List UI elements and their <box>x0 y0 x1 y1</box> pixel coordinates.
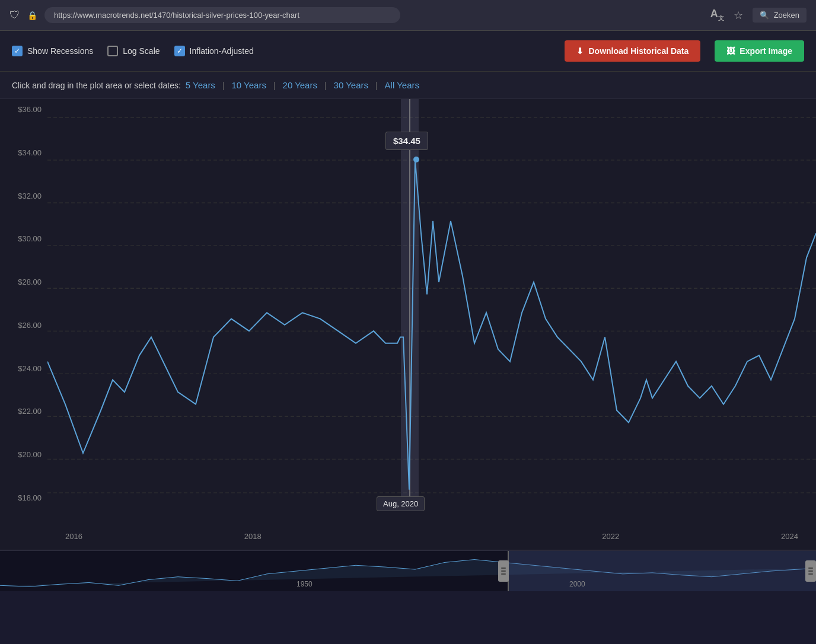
date-range-bar: Click and drag in the plot area or selec… <box>0 72 816 99</box>
y-label-26: $26.00 <box>0 321 47 330</box>
x-label-2022: 2022 <box>602 532 619 541</box>
range-5y[interactable]: 5 Years <box>186 80 215 90</box>
chart-area[interactable]: .grid-line { stroke: #333; stroke-width:… <box>47 99 816 514</box>
x-axis: 2016 2018 2020 2022 2024 <box>47 532 816 541</box>
navigator-left-handle[interactable] <box>498 560 509 582</box>
y-label-22: $22.00 <box>0 407 47 416</box>
browser-actions: A文 ☆ 🔍 Zoeken <box>710 8 807 23</box>
download-icon: ⬇ <box>576 46 584 56</box>
main-container: ✓ Show Recessions Log Scale ✓ Inflation-… <box>0 31 816 591</box>
nav-label-2000: 2000 <box>569 580 585 588</box>
download-label: Download Historical Data <box>588 46 689 56</box>
translate-icon[interactable]: A文 <box>710 8 724 23</box>
sep4: | <box>375 81 378 90</box>
handle-line-r1 <box>808 568 813 569</box>
show-recessions-checkbox[interactable]: ✓ Show Recessions <box>12 46 93 56</box>
log-scale-check-icon <box>107 46 118 56</box>
navigator-track: 1950 2000 <box>0 551 816 591</box>
x-label-2018: 2018 <box>244 532 262 541</box>
inflation-adjusted-check-icon: ✓ <box>174 46 185 56</box>
y-label-32: $32.00 <box>0 192 47 200</box>
y-label-34: $34.00 <box>0 148 47 157</box>
navigator-right-handle[interactable] <box>805 560 816 582</box>
sep2: | <box>273 81 276 90</box>
handle-line-1 <box>501 568 506 569</box>
lock-icon: 🔒 <box>27 11 37 20</box>
show-recessions-check-icon: ✓ <box>12 46 23 56</box>
handle-lines-left <box>501 568 506 575</box>
handle-line-r3 <box>808 573 813 575</box>
export-icon: 🖼 <box>726 46 735 56</box>
x-label-2024: 2024 <box>781 532 798 541</box>
date-tooltip: Aug, 2020 <box>377 496 425 511</box>
handle-lines-right <box>808 568 813 575</box>
chart-container[interactable]: $36.00 $34.00 $32.00 $30.00 $28.00 $26.0… <box>0 99 816 550</box>
export-label: Export Image <box>740 46 792 56</box>
y-label-18: $18.00 <box>0 493 47 502</box>
navigator-selected-region <box>508 551 816 591</box>
inflation-adjusted-label: Inflation-Adjusted <box>190 46 254 56</box>
y-label-20: $20.00 <box>0 450 47 459</box>
navigator[interactable]: 1950 2000 <box>0 550 816 591</box>
y-label-36: $36.00 <box>0 105 47 114</box>
x-label-2016: 2016 <box>65 532 82 541</box>
tooltip-pointer <box>413 157 419 162</box>
range-10y[interactable]: 10 Years <box>232 80 266 90</box>
log-scale-label: Log Scale <box>123 46 160 56</box>
url-bar[interactable]: https://www.macrotrends.net/1470/histori… <box>44 7 400 23</box>
y-axis: $36.00 $34.00 $32.00 $30.00 $28.00 $26.0… <box>0 99 47 514</box>
handle-line-3 <box>501 573 506 575</box>
toolbar: ✓ Show Recessions Log Scale ✓ Inflation-… <box>0 31 816 72</box>
range-20y[interactable]: 20 Years <box>283 80 317 90</box>
y-label-24: $24.00 <box>0 364 47 373</box>
export-button[interactable]: 🖼 Export Image <box>715 40 804 62</box>
handle-line-r2 <box>808 570 813 572</box>
range-all[interactable]: All Years <box>385 80 419 90</box>
y-label-30: $30.00 <box>0 234 47 243</box>
chart-svg: .grid-line { stroke: #333; stroke-width:… <box>47 99 816 514</box>
download-button[interactable]: ⬇ Download Historical Data <box>565 40 700 62</box>
shield-icon: 🛡 <box>9 9 20 21</box>
inflation-adjusted-checkbox[interactable]: ✓ Inflation-Adjusted <box>174 46 254 56</box>
sep3: | <box>324 81 327 90</box>
search-icon: 🔍 <box>760 11 769 20</box>
search-bar[interactable]: 🔍 Zoeken <box>753 8 807 23</box>
sep1: | <box>222 81 225 90</box>
nav-label-1950: 1950 <box>297 580 313 588</box>
search-label: Zoeken <box>774 11 799 20</box>
log-scale-checkbox[interactable]: Log Scale <box>107 46 160 56</box>
handle-line-2 <box>501 570 506 572</box>
date-range-instruction: Click and drag in the plot area or selec… <box>12 81 181 90</box>
star-icon[interactable]: ☆ <box>734 9 743 22</box>
range-30y[interactable]: 30 Years <box>334 80 368 90</box>
show-recessions-label: Show Recessions <box>27 46 93 56</box>
y-label-28: $28.00 <box>0 278 47 286</box>
browser-chrome: 🛡 🔒 https://www.macrotrends.net/1470/his… <box>0 0 816 31</box>
